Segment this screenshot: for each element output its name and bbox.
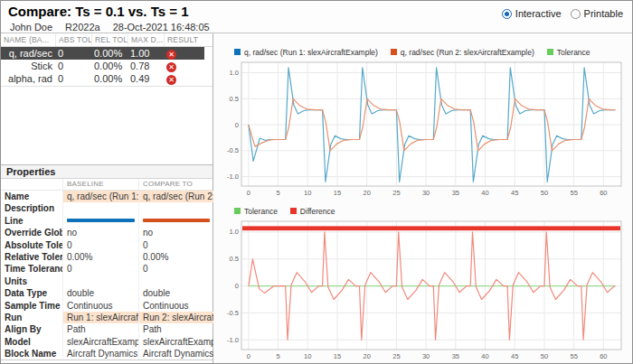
- radio-interactive[interactable]: Interactive: [502, 8, 562, 19]
- svg-text:35: 35: [452, 352, 459, 360]
- svg-text:50: 50: [541, 189, 548, 197]
- svg-text:55: 55: [570, 189, 577, 197]
- col-max-diff[interactable]: MAX D...▼: [128, 33, 164, 46]
- timestamp: 28-Oct-2021 16:48:05: [113, 22, 210, 33]
- svg-text:55: 55: [570, 352, 577, 360]
- prop-row-align-by: Align By Path Path: [1, 323, 213, 335]
- svg-text:0: 0: [235, 282, 239, 290]
- radio-unselected-icon[interactable]: [571, 9, 581, 19]
- tolerance-swatch-icon: [547, 49, 553, 55]
- properties-panel: Properties BASELINE COMPARE TO Name q, r…: [1, 164, 213, 363]
- svg-text:20: 20: [364, 352, 371, 360]
- comparison-chart: q, rad/sec (Run 1: slexAircraftExample) …: [218, 46, 632, 200]
- prop-row-override-global: Override Globa... no no: [1, 227, 213, 238]
- col-result[interactable]: RESULT: [164, 33, 204, 46]
- col-name[interactable]: NAME (BA...: [1, 33, 55, 46]
- col-rel-tol[interactable]: REL TOL: [91, 33, 128, 46]
- legend-tolerance-2[interactable]: Tolerance: [234, 207, 278, 216]
- legend-difference[interactable]: Difference: [290, 207, 335, 216]
- properties-column-headers: BASELINE COMPARE TO: [1, 179, 213, 191]
- table-row-alpha-rad[interactable]: alpha, rad 0 0.00% 0.49: [1, 72, 213, 85]
- left-panel: NAME (BA... ABS TOL REL TOL MAX D...▼ RE…: [1, 33, 213, 363]
- properties-panel-title: Properties: [1, 165, 213, 179]
- table-row-q-radsec[interactable]: q, rad/sec 0 0.00% 1.00: [1, 47, 204, 60]
- report-header: Compare: Ts = 0.1 vs. Ts = 1 Interactive…: [1, 1, 632, 33]
- comparison-report-window: Compare: Ts = 0.1 vs. Ts = 1 Interactive…: [0, 0, 633, 364]
- svg-text:0.5: 0.5: [230, 95, 239, 103]
- svg-text:30: 30: [422, 189, 430, 197]
- legend-run1[interactable]: q, rad/sec (Run 1: slexAircraftExample): [234, 48, 378, 57]
- svg-text:1.0: 1.0: [230, 228, 239, 236]
- radio-printable-label: Printable: [584, 8, 623, 19]
- fail-x-icon: [166, 50, 176, 60]
- radio-selected-icon[interactable]: [502, 9, 512, 19]
- svg-text:15: 15: [334, 189, 341, 197]
- radio-interactive-label: Interactive: [515, 8, 562, 19]
- radio-printable[interactable]: Printable: [571, 8, 623, 19]
- difference-plot-area[interactable]: 0510152025303540455055601.00.50-0.5-1.0: [218, 218, 632, 363]
- page-title: Compare: Ts = 0.1 vs. Ts = 1: [8, 4, 189, 20]
- baseline-line-swatch: [67, 219, 135, 222]
- table-row-stick[interactable]: Stick 0 0.00% 0.78: [1, 60, 213, 72]
- prop-row-run: Run Run 1: slexAircraft... Run 2: slexAi…: [1, 312, 213, 323]
- difference-swatch-icon: [290, 208, 297, 214]
- svg-text:1.0: 1.0: [230, 69, 239, 77]
- properties-table: BASELINE COMPARE TO Name q, rad/sec (Run…: [1, 179, 213, 360]
- svg-text:10: 10: [304, 189, 311, 197]
- svg-text:-1.0: -1.0: [227, 336, 239, 344]
- difference-chart-legend: Tolerance Difference: [234, 205, 632, 217]
- comparison-plot-area[interactable]: 0510152025303540455055601.00.50-0.5-1.0: [218, 59, 632, 200]
- prop-row-time-tolerance: Time Tolerance 0 0: [1, 263, 213, 275]
- prop-row-sample-time: Sample Time Continuous Continuous: [1, 300, 213, 312]
- prop-row-block-name: Block Name Aircraft Dynamics ... Aircraf…: [1, 348, 213, 359]
- svg-text:0: 0: [247, 189, 250, 197]
- run2-swatch-icon: [391, 49, 397, 55]
- legend-run2[interactable]: q, rad/sec (Run 2: slexAircraftExample): [391, 48, 534, 57]
- svg-text:45: 45: [511, 189, 518, 197]
- svg-text:-0.5: -0.5: [227, 146, 239, 154]
- prop-row-units: Units: [1, 275, 213, 287]
- tolerance-swatch-icon: [234, 208, 241, 214]
- run1-swatch-icon: [234, 49, 241, 55]
- svg-text:-1.0: -1.0: [227, 173, 239, 181]
- fail-x-icon: [166, 75, 176, 85]
- difference-chart: Tolerance Difference 0510152025303540455…: [218, 205, 632, 363]
- table-separator: [1, 86, 213, 87]
- signals-table: NAME (BA... ABS TOL REL TOL MAX D...▼ RE…: [1, 33, 213, 164]
- svg-text:5: 5: [276, 352, 279, 360]
- svg-text:35: 35: [452, 189, 459, 197]
- col-compare-to: COMPARE TO: [138, 179, 213, 190]
- svg-text:50: 50: [541, 352, 548, 360]
- prop-row-relative-tolerance: Relative Tolera... 0.00% 0.00%: [1, 251, 213, 263]
- svg-text:60: 60: [600, 189, 607, 197]
- svg-text:25: 25: [392, 189, 400, 197]
- svg-text:-0.5: -0.5: [227, 309, 239, 317]
- svg-text:45: 45: [511, 352, 518, 360]
- svg-text:10: 10: [304, 352, 311, 360]
- col-abs-tol[interactable]: ABS TOL: [55, 33, 91, 46]
- charts-panel: q, rad/sec (Run 1: slexAircraftExample) …: [213, 33, 632, 363]
- col-baseline: BASELINE: [62, 179, 138, 190]
- prop-row-name: Name q, rad/sec (Run 1:... q, rad/sec (R…: [1, 191, 213, 202]
- prop-row-model: Model slexAircraftExample slexAircraftEx…: [1, 336, 213, 348]
- svg-text:0: 0: [247, 352, 250, 360]
- prop-row-line: Line: [1, 215, 213, 227]
- compare-line-swatch: [143, 219, 210, 222]
- svg-text:30: 30: [422, 352, 430, 360]
- svg-text:5: 5: [276, 189, 279, 197]
- prop-row-description: Description: [1, 202, 213, 214]
- svg-text:0: 0: [235, 121, 239, 129]
- author: John Doe: [10, 22, 52, 33]
- svg-text:15: 15: [334, 352, 341, 360]
- view-mode-radio-group: Interactive Printable: [502, 8, 623, 19]
- svg-text:40: 40: [481, 352, 488, 360]
- svg-text:20: 20: [364, 189, 371, 197]
- legend-tolerance[interactable]: Tolerance: [547, 48, 590, 57]
- fail-x-icon: [166, 62, 176, 72]
- prop-row-absolute-tolerance: Absolute Toler... 0 0: [1, 239, 213, 251]
- svg-text:0.5: 0.5: [230, 255, 239, 263]
- prop-row-data-type: Data Type double double: [1, 287, 213, 299]
- comparison-chart-legend: q, rad/sec (Run 1: slexAircraftExample) …: [234, 46, 632, 58]
- svg-text:40: 40: [481, 189, 488, 197]
- signals-table-header: NAME (BA... ABS TOL REL TOL MAX D...▼ RE…: [1, 33, 213, 47]
